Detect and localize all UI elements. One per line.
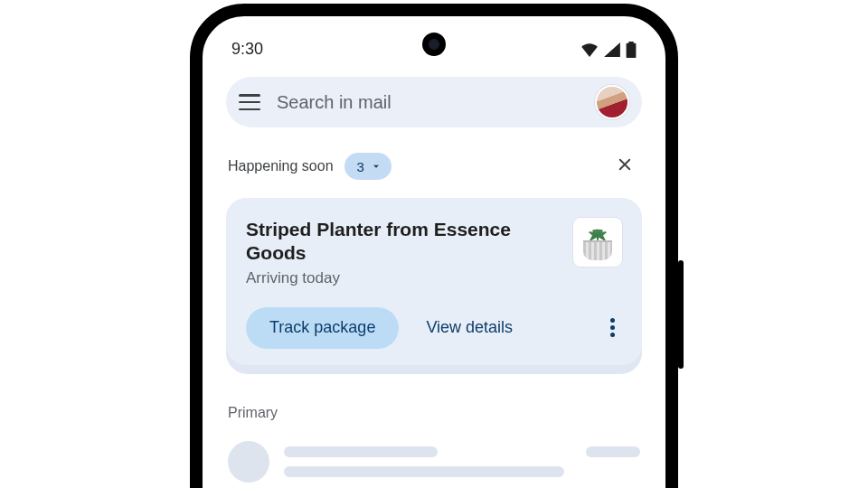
skeleton-line xyxy=(284,446,438,457)
card-actions: Track package View details xyxy=(246,307,622,349)
menu-icon[interactable] xyxy=(239,94,260,110)
view-details-button[interactable]: View details xyxy=(417,307,522,349)
inbox-tab-primary[interactable]: Primary xyxy=(226,405,642,421)
skeleton-meta xyxy=(586,446,640,457)
happening-count-badge[interactable]: 3 xyxy=(344,153,392,180)
card-header: Striped Planter from Essence Goods Arriv… xyxy=(246,218,622,287)
status-icons xyxy=(580,42,637,58)
front-camera xyxy=(422,33,446,56)
skeleton-avatar xyxy=(228,441,269,483)
card-title: Striped Planter from Essence Goods xyxy=(246,218,562,266)
skeleton-line xyxy=(284,466,564,477)
skeleton-lines xyxy=(284,441,571,477)
phone-frame: 9:30 Search in mail Happening soon 3 Str… xyxy=(190,4,678,488)
battery-icon xyxy=(626,42,637,58)
card-subtitle: Arriving today xyxy=(246,269,562,287)
happening-soon-label: Happening soon xyxy=(228,158,334,174)
planter-icon xyxy=(580,222,616,262)
happening-soon-row: Happening soon 3 xyxy=(226,151,642,182)
wifi-icon xyxy=(580,42,599,57)
email-row-skeleton xyxy=(226,441,642,483)
track-package-button[interactable]: Track package xyxy=(246,307,399,349)
chevron-down-icon xyxy=(370,160,382,173)
status-time: 9:30 xyxy=(231,40,263,59)
happening-count-value: 3 xyxy=(357,159,364,174)
close-icon[interactable] xyxy=(609,151,640,182)
card-stack-shadow: Striped Planter from Essence Goods Arriv… xyxy=(226,198,642,374)
signal-icon xyxy=(604,42,620,57)
package-card[interactable]: Striped Planter from Essence Goods Arriv… xyxy=(226,198,642,365)
phone-side-button xyxy=(678,260,684,369)
search-placeholder[interactable]: Search in mail xyxy=(277,92,579,113)
avatar[interactable] xyxy=(595,85,629,119)
product-thumbnail xyxy=(573,218,622,267)
card-overflow-menu[interactable] xyxy=(603,311,622,344)
search-bar[interactable]: Search in mail xyxy=(226,77,642,127)
